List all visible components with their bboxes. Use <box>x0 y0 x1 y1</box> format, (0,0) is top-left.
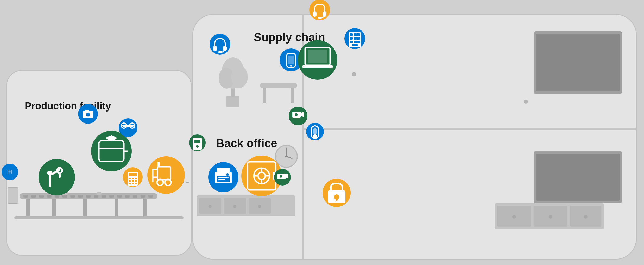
svg-rect-4 <box>52 198 56 216</box>
svg-rect-145 <box>354 41 357 43</box>
svg-rect-32 <box>226 96 239 107</box>
svg-point-36 <box>231 66 248 88</box>
svg-point-48 <box>209 205 212 208</box>
svg-rect-69 <box>59 174 61 178</box>
svg-rect-139 <box>354 33 357 36</box>
svg-rect-52 <box>536 34 620 91</box>
svg-rect-22 <box>125 195 130 198</box>
svg-rect-11 <box>39 195 44 198</box>
svg-point-63 <box>524 100 528 104</box>
svg-point-72 <box>86 112 90 117</box>
svg-point-60 <box>549 215 552 219</box>
svg-rect-128 <box>313 11 317 17</box>
svg-rect-93 <box>132 183 134 184</box>
svg-rect-39 <box>291 88 294 103</box>
svg-point-27 <box>96 192 102 195</box>
svg-rect-138 <box>350 33 353 36</box>
svg-rect-18 <box>94 195 98 198</box>
robot-arm-icon <box>39 159 75 195</box>
svg-rect-136 <box>302 65 333 68</box>
svg-rect-6 <box>115 198 118 216</box>
svg-point-59 <box>512 215 516 219</box>
svg-rect-109 <box>218 179 225 180</box>
svg-rect-127 <box>218 51 222 53</box>
svg-rect-24 <box>141 195 145 198</box>
svg-point-124 <box>294 113 298 116</box>
svg-rect-38 <box>263 88 266 103</box>
svg-rect-28 <box>8 188 18 203</box>
svg-point-49 <box>233 205 236 208</box>
svg-rect-21 <box>117 195 122 198</box>
svg-rect-153 <box>336 197 338 201</box>
svg-rect-12 <box>47 195 52 198</box>
svg-rect-54 <box>536 154 620 201</box>
svg-rect-91 <box>135 180 137 182</box>
conveyor-icon <box>119 118 137 137</box>
svg-rect-7 <box>143 198 147 216</box>
svg-rect-23 <box>133 195 137 198</box>
svg-rect-19 <box>102 195 106 198</box>
svg-rect-125 <box>213 46 217 51</box>
svg-point-62 <box>352 72 356 76</box>
svg-rect-90 <box>132 180 134 182</box>
svg-rect-31 <box>304 128 636 130</box>
svg-rect-146 <box>357 41 360 43</box>
svg-rect-2 <box>14 216 184 219</box>
svg-rect-20 <box>109 195 114 198</box>
production-facility-label: Production facility <box>25 101 111 112</box>
svg-rect-106 <box>217 168 230 173</box>
svg-rect-108 <box>218 177 229 178</box>
svg-rect-37 <box>260 83 297 88</box>
svg-rect-92 <box>129 183 131 184</box>
svg-rect-86 <box>129 178 131 179</box>
svg-point-82 <box>123 125 125 126</box>
svg-rect-101 <box>157 162 160 167</box>
svg-rect-9 <box>23 195 28 198</box>
svg-rect-17 <box>86 195 91 198</box>
svg-point-76 <box>106 136 117 140</box>
svg-rect-147 <box>352 44 358 46</box>
svg-rect-5 <box>83 198 87 216</box>
svg-rect-143 <box>357 37 360 40</box>
svg-rect-135 <box>308 50 327 63</box>
svg-rect-89 <box>129 180 131 182</box>
svg-rect-73 <box>85 110 89 112</box>
svg-point-83 <box>131 125 133 126</box>
svg-rect-10 <box>31 195 36 198</box>
svg-rect-94 <box>135 183 137 184</box>
svg-rect-88 <box>135 178 137 179</box>
svg-point-110 <box>226 173 229 176</box>
svg-point-133 <box>290 65 292 67</box>
svg-rect-16 <box>78 195 83 198</box>
svg-rect-141 <box>350 37 353 40</box>
svg-rect-25 <box>148 195 153 198</box>
svg-rect-85 <box>129 173 137 176</box>
svg-rect-130 <box>318 17 322 19</box>
svg-point-150 <box>313 134 317 138</box>
svg-rect-144 <box>350 41 353 43</box>
svg-rect-3 <box>26 198 30 216</box>
svg-point-121 <box>279 175 282 178</box>
svg-rect-15 <box>70 195 75 198</box>
svg-point-50 <box>258 205 261 208</box>
svg-rect-132 <box>288 56 294 64</box>
svg-rect-87 <box>132 178 134 179</box>
back-office-label: Back office <box>216 137 277 150</box>
svg-rect-65 <box>49 174 51 187</box>
svg-rect-142 <box>354 37 357 40</box>
svg-rect-140 <box>357 33 360 36</box>
svg-text:⊞: ⊞ <box>7 168 13 176</box>
svg-point-104 <box>196 145 199 148</box>
svg-rect-149 <box>313 128 317 135</box>
svg-rect-103 <box>194 140 200 143</box>
svg-point-61 <box>584 215 588 219</box>
